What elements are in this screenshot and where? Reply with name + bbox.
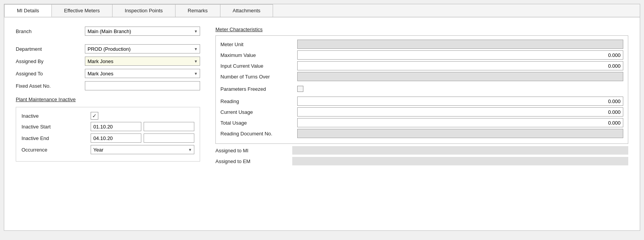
reading-label: Reading <box>220 98 297 104</box>
inactive-row: Inactive <box>22 112 194 120</box>
reading-input <box>297 97 623 106</box>
branch-select[interactable]: Main (Main Branch) <box>85 27 200 36</box>
num-turns-label: Number of Turns Over <box>220 74 297 80</box>
left-panel: Branch Main (Main Branch) Department <box>16 27 200 165</box>
total-usage-row: Total Usage <box>220 118 623 127</box>
max-value-input <box>297 50 623 60</box>
inactive-control <box>91 112 194 120</box>
tab-mi-details[interactable]: MI Details <box>4 4 52 17</box>
assigned-to-control: Mark Jones <box>85 69 200 78</box>
total-usage-input <box>297 118 623 127</box>
inactive-end-label: Inactive End <box>22 135 91 141</box>
inactive-start-control <box>91 122 194 131</box>
input-current-label: Input Current Value <box>220 63 297 69</box>
reading-row: Reading <box>220 97 623 106</box>
department-select[interactable]: PROD (Production) <box>85 44 200 53</box>
tab-effective-meters[interactable]: Effective Meters <box>51 4 113 17</box>
assigned-mi-label: Assigned to MI <box>215 148 292 153</box>
max-value-row: Maximum Value <box>220 50 623 60</box>
meter-unit-row: Meter Unit <box>220 40 623 49</box>
assigned-to-label: Assigned To <box>16 71 85 77</box>
occurrence-row: Occurrence Year <box>22 145 194 154</box>
inactive-end-row: Inactive End <box>22 133 194 143</box>
assigned-to-select[interactable]: Mark Jones <box>85 69 200 78</box>
reading-doc-row: Reading Document No. <box>220 129 623 138</box>
inactive-end-date-input[interactable] <box>91 133 141 143</box>
current-usage-input <box>297 107 623 117</box>
occurrence-label: Occurrence <box>22 147 91 153</box>
meter-unit-value <box>297 40 623 49</box>
total-usage-label: Total Usage <box>220 120 297 126</box>
assigned-em-value <box>292 157 628 165</box>
current-usage-label: Current Usage <box>220 109 297 115</box>
params-frozen-checkbox[interactable] <box>297 86 303 92</box>
inactive-start-time-input[interactable] <box>144 122 194 131</box>
max-value-label: Maximum Value <box>220 52 297 58</box>
department-label: Department <box>16 46 85 52</box>
params-frozen-label: Parameters Freezed <box>220 86 297 92</box>
inactive-end-control <box>91 133 194 143</box>
inactive-start-date-input[interactable] <box>91 122 141 131</box>
inactive-box: Inactive Inactive Start Inactive End <box>16 107 200 162</box>
inactive-start-label: Inactive Start <box>22 124 91 130</box>
params-frozen-row: Parameters Freezed <box>220 86 623 92</box>
assigned-by-control: Mark Jones <box>85 57 200 66</box>
meter-section-title: Meter Characteristics <box>215 27 628 32</box>
assigned-mi-value <box>292 146 628 155</box>
tab-attachments[interactable]: Attachments <box>220 4 273 17</box>
right-panel: Meter Characteristics Meter Unit Maximum… <box>215 27 628 165</box>
num-turns-row: Number of Turns Over <box>220 72 623 81</box>
current-usage-row: Current Usage <box>220 107 623 117</box>
tab-bar: MI Details Effective Meters Inspection P… <box>4 4 640 17</box>
meter-box: Meter Unit Maximum Value Input Current V… <box>215 35 628 144</box>
input-current-input <box>297 61 623 70</box>
inactive-checkbox[interactable] <box>91 112 98 120</box>
input-current-row: Input Current Value <box>220 61 623 70</box>
branch-row: Branch Main (Main Branch) <box>16 27 200 36</box>
occurrence-control: Year <box>91 145 194 154</box>
pm-inactive-title: Plant Maintenance Inactive <box>16 97 200 102</box>
fixed-asset-label: Fixed Asset No. <box>16 83 85 89</box>
reading-doc-input <box>297 129 623 138</box>
reading-doc-label: Reading Document No. <box>220 131 297 137</box>
num-turns-input <box>297 72 623 81</box>
main-container: MI Details Effective Meters Inspection P… <box>4 4 640 231</box>
department-row: Department PROD (Production) <box>16 44 200 53</box>
content-area: Branch Main (Main Branch) Department <box>4 17 640 175</box>
tab-inspection-points[interactable]: Inspection Points <box>112 4 175 17</box>
assigned-to-row: Assigned To Mark Jones <box>16 69 200 78</box>
department-control: PROD (Production) <box>85 44 200 53</box>
assigned-em-label: Assigned to EM <box>215 158 292 164</box>
branch-label: Branch <box>16 28 85 34</box>
fixed-asset-control <box>85 81 200 90</box>
inactive-label: Inactive <box>22 113 91 119</box>
assigned-em-row: Assigned to EM <box>215 157 628 165</box>
inactive-start-row: Inactive Start <box>22 122 194 131</box>
assigned-by-row: Assigned By Mark Jones <box>16 57 200 66</box>
assigned-mi-row: Assigned to MI <box>215 146 628 155</box>
assigned-by-label: Assigned By <box>16 58 85 64</box>
meter-unit-label: Meter Unit <box>220 42 297 47</box>
occurrence-select[interactable]: Year <box>91 145 194 154</box>
assigned-by-select[interactable]: Mark Jones <box>85 57 200 66</box>
tab-remarks[interactable]: Remarks <box>175 4 220 17</box>
fixed-asset-input[interactable] <box>85 81 200 90</box>
fixed-asset-row: Fixed Asset No. <box>16 81 200 90</box>
branch-control: Main (Main Branch) <box>85 27 200 36</box>
inactive-end-time-input[interactable] <box>144 133 194 143</box>
